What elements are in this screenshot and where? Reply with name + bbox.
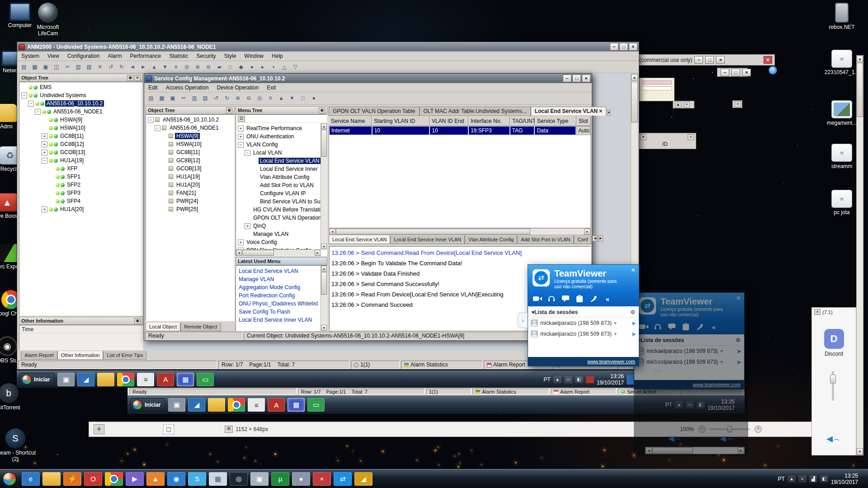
caret-icon[interactable]: ▾ — [614, 320, 617, 326]
display-icon[interactable]: ▭ — [197, 373, 214, 386]
connect-icon[interactable]: ➤ — [631, 320, 636, 327]
anm-menu-configuration[interactable]: Configuration — [63, 52, 104, 60]
expand-icon[interactable]: + — [42, 206, 47, 212]
maximize-button[interactable]: □ — [731, 69, 740, 76]
language-indicator[interactable]: PT — [544, 376, 551, 383]
view-tab[interactable]: Local End Service Inner VLAN — [390, 235, 465, 244]
scroll-thumb[interactable] — [336, 229, 530, 235]
scroll-thumb[interactable] — [321, 130, 327, 157]
anm-menu-security[interactable]: Security — [192, 52, 220, 60]
scroll-up-icon[interactable]: ▲ — [321, 266, 327, 272]
anm-menu-system[interactable]: System — [17, 52, 43, 60]
scm-menu-edit[interactable]: Edit — [144, 84, 162, 92]
open-icon[interactable]: ▤ — [146, 94, 156, 103]
chrome-icon[interactable] — [117, 373, 134, 386]
tree-item[interactable]: Configure VLAN IP — [237, 189, 320, 197]
close-button[interactable]: × — [684, 102, 690, 108]
maximize-button[interactable]: □ — [572, 75, 581, 82]
expand-icon[interactable]: + — [245, 223, 250, 229]
latest-menu-item[interactable]: ONU Physic_IDaddress Whitelist — [239, 300, 321, 308]
scroll-left-icon[interactable]: ◄ — [236, 250, 242, 256]
discord-icon[interactable]: D — [824, 329, 844, 349]
zoom-in-icon[interactable]: ⊕ — [193, 62, 203, 72]
caret-icon[interactable]: ▾ — [720, 348, 723, 354]
node-icon[interactable]: ● — [247, 62, 257, 72]
tree-item[interactable]: Manage VLAN — [237, 230, 320, 238]
tree-item[interactable]: SFP1 — [20, 173, 142, 181]
close-button[interactable]: × — [688, 134, 694, 140]
expand-icon[interactable]: + — [42, 141, 47, 147]
collapse-panel-icon[interactable]: « — [603, 295, 613, 303]
vlc-icon[interactable]: ▲ — [146, 472, 165, 486]
tree-item[interactable]: HSWA[10] — [20, 124, 142, 132]
minimize-button[interactable]: – — [721, 69, 729, 76]
latest-vscrollbar[interactable]: ▲ ▼ — [321, 266, 327, 331]
copy-icon[interactable]: ▥ — [73, 62, 83, 72]
scroll-down-icon[interactable]: ▼ — [321, 244, 327, 249]
apply-icon[interactable]: ● — [309, 94, 319, 103]
chrome-icon[interactable] — [105, 472, 123, 486]
devices-icon[interactable]: ▣ — [168, 398, 185, 412]
tree-item[interactable]: −AN5516-06_10.10.10.2 — [147, 116, 233, 124]
maximize-button[interactable]: □ — [619, 43, 628, 51]
teamviewer-chevron-tab[interactable]: › — [518, 313, 528, 328]
tree-item[interactable]: +PON Flow Statistics Config — [237, 246, 320, 249]
tree-item[interactable]: GCOB[13] — [147, 164, 233, 173]
caret-icon[interactable]: ▾ — [720, 359, 723, 365]
zoom-slider-thumb[interactable] — [727, 426, 732, 432]
scroll-up-icon[interactable]: ▲ — [857, 56, 863, 62]
latest-menu-item[interactable]: Local End Service Inner VLAN — [239, 316, 321, 324]
close-button[interactable]: × — [735, 101, 741, 107]
volume-tray-icon[interactable]: ◧ — [575, 376, 583, 383]
photo-icon[interactable]: ▦ — [209, 472, 227, 486]
collapse-icon[interactable]: − — [238, 142, 244, 148]
gear-icon[interactable]: ⚙ — [736, 337, 741, 343]
teamviewer-icon[interactable]: ⇄ — [334, 472, 352, 486]
expand-icon[interactable]: + — [238, 134, 244, 140]
volume-popup-icon[interactable]: ◀︵ — [720, 433, 734, 444]
column-header[interactable]: TAG/UNT — [510, 116, 535, 126]
tree-item[interactable]: EMS — [20, 83, 142, 91]
collapse-panel-icon[interactable]: « — [709, 323, 719, 331]
window-icon[interactable]: □ — [225, 62, 235, 72]
vegas-icon[interactable]: ◢ — [354, 472, 373, 486]
find-icon[interactable]: ◎ — [255, 94, 264, 103]
hidden-icons-icon[interactable]: ▲ — [675, 401, 683, 408]
view-tab[interactable]: Conf — [574, 235, 591, 244]
tree-item[interactable]: +QinQ — [237, 222, 320, 230]
print-icon[interactable]: ▣ — [168, 94, 178, 103]
tree-item[interactable]: +GC8B[11] — [20, 132, 142, 140]
tree-item[interactable]: −VLAN Config — [237, 141, 320, 149]
document-tab[interactable]: OLT MAC Addr Table:Undivided Systems... — [420, 107, 531, 116]
find-icon[interactable]: ◎ — [182, 62, 192, 72]
forward-icon[interactable]: ► — [138, 62, 148, 72]
anm-menu-style[interactable]: Style — [220, 52, 241, 60]
explorer-icon[interactable] — [97, 373, 114, 386]
barcode-icon[interactable]: ≡ — [248, 398, 265, 412]
start-button[interactable]: Iniciar — [19, 373, 55, 386]
alarm-tray-icon[interactable] — [586, 376, 594, 383]
volume-tray-icon[interactable]: ◧ — [820, 475, 828, 483]
view-tab[interactable]: Add Slot Port to VLAN — [517, 235, 574, 244]
column-header[interactable]: Slot — [576, 116, 591, 126]
app-gray-icon[interactable]: ▣ — [250, 472, 269, 486]
tree-item[interactable]: GC8B[12] — [147, 156, 233, 164]
anm-menu-window[interactable]: Window — [240, 52, 268, 60]
tree-item[interactable]: −AN5516-06_10.10.10.2 — [20, 99, 142, 108]
anm-menu-view[interactable]: View — [43, 52, 63, 60]
expand-icon[interactable]: + — [238, 126, 244, 131]
anm-icon[interactable]: A — [157, 373, 174, 386]
volume-slider[interactable] — [832, 371, 834, 401]
window-icon[interactable]: □ — [298, 94, 308, 103]
zoom-out-icon[interactable]: ⊖ — [203, 62, 213, 72]
tab-scroll-left-icon[interactable]: ◄ — [592, 235, 597, 241]
devices-icon[interactable]: ▣ — [57, 373, 75, 386]
expand-icon[interactable]: + — [42, 150, 47, 155]
scroll-thumb[interactable] — [857, 63, 863, 117]
gear-icon[interactable]: ⚙ — [630, 309, 635, 315]
close-button[interactable]: × — [582, 75, 590, 82]
minimize-button[interactable]: – — [563, 75, 571, 82]
draw-icon[interactable] — [589, 295, 599, 303]
list-icon[interactable]: ≡ — [265, 94, 275, 103]
zoom-slider[interactable] — [709, 428, 750, 430]
